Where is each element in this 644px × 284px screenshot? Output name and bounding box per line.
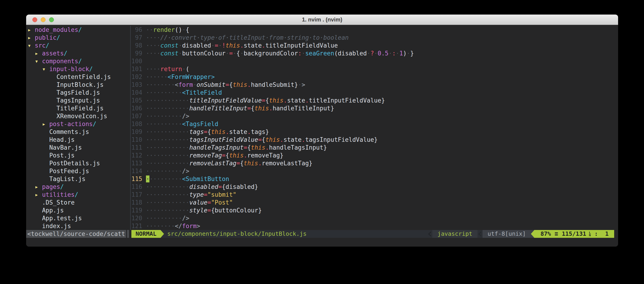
linenr-icon: LN — [589, 231, 591, 236]
line-number: 103 — [132, 81, 146, 88]
statusline-filetype: javascript — [432, 230, 478, 238]
tree-item-file[interactable]: TagList.js — [28, 175, 111, 183]
tree-item-file[interactable]: TagsInput.js — [28, 97, 111, 104]
code-line[interactable]: 99 ····const·buttonColour·=·{·background… — [132, 49, 414, 57]
tree-item-label: App.js — [42, 207, 64, 214]
tree-item-label: TagsInput.js — [56, 97, 100, 104]
code-line[interactable]: 112 ············removeTag={this.removeTa… — [132, 151, 414, 159]
collapsed-arrow-icon: ▸ — [42, 121, 49, 128]
tree-item-dir[interactable]: ▸ node_modules/ — [28, 26, 111, 34]
line-number: 112 — [132, 152, 146, 159]
code-line[interactable]: 115 ··········<SubmitButton — [132, 175, 414, 183]
tree-item-file[interactable]: index.js — [28, 222, 111, 230]
line-number: 109 — [132, 128, 146, 135]
scroll-percent: 87% — [540, 230, 551, 238]
code-line[interactable]: 98 ····const·disabled·=·!this.state.titl… — [132, 42, 414, 49]
tree-item-dir[interactable]: ▾ src/ — [28, 42, 111, 49]
line-number: 102 — [132, 73, 146, 80]
tree-item-label: input-block — [49, 66, 89, 73]
tree-item-file[interactable]: .DS_Store — [28, 199, 111, 206]
lines-menu-icon: ≡ — [555, 230, 558, 238]
line-number: 108 — [132, 121, 146, 128]
code-line[interactable]: 110 ············tagsInputFieldValue={thi… — [132, 136, 414, 143]
code-line[interactable]: 106 ············handleTitleInput={this.h… — [132, 104, 414, 112]
code-line[interactable]: 102 ······<FormWrapper> — [132, 73, 414, 81]
tree-item-file[interactable]: ContentField.js — [28, 73, 111, 81]
code-line[interactable]: 105 ············titleInputFieldValue={th… — [132, 97, 414, 104]
nerdtree-statusline-nub — [127, 230, 129, 238]
code-line[interactable]: 120 ··········/> — [132, 214, 414, 222]
zoom-button[interactable] — [49, 17, 54, 22]
tree-item-label: components — [42, 58, 78, 65]
code-line[interactable]: 113 ············removeLastTag={this.remo… — [132, 159, 414, 167]
collapsed-arrow-icon: ▸ — [35, 191, 42, 198]
line-number: 110 — [132, 136, 146, 143]
chevron-left-icon — [427, 230, 432, 238]
tree-item-file[interactable]: PostFeed.js — [28, 167, 111, 175]
code-line[interactable]: 108 ··········<TagsField — [132, 120, 414, 128]
code-line[interactable]: 96 ··render()·{ — [132, 26, 414, 34]
tree-item-label: pages — [42, 183, 60, 190]
code-line[interactable]: 111 ············handleTagsInput={this.ha… — [132, 143, 414, 151]
tree-item-label: Comments.js — [49, 128, 89, 135]
code-line[interactable]: 100 — [132, 57, 414, 65]
tree-item-label: XRemoveIcon.js — [56, 113, 107, 120]
code-line[interactable]: 107 ··········/> — [132, 112, 414, 120]
tree-item-file[interactable]: Post.js — [28, 151, 111, 159]
tree-item-dir[interactable]: ▾ input-block/ — [28, 65, 111, 73]
line-number: 118 — [132, 199, 146, 206]
tree-item-label: .DS_Store — [42, 199, 75, 206]
tree-item-dir[interactable]: ▸ utilities/ — [28, 191, 111, 199]
tree-item-dir[interactable]: ▸ post-actions/ — [28, 120, 111, 128]
statusline-filename: src/components/input-block/InputBlock.js — [167, 230, 306, 238]
tree-item-file[interactable]: InputBlock.js — [28, 81, 111, 89]
tree-item-file[interactable]: TitleField.js — [28, 104, 111, 112]
tree-item-dir[interactable]: ▾ components/ — [28, 57, 111, 65]
tree-item-file[interactable]: Head.js — [28, 136, 111, 143]
code-pane[interactable]: 96 ··render()·{ 97 ····//·convert·type·o… — [132, 26, 414, 230]
code-line[interactable]: 116 ············disabled={disabled} — [132, 183, 414, 191]
line-number: 120 — [132, 215, 146, 222]
window-titlebar[interactable]: 1. nvim . (nvim) — [26, 14, 618, 25]
line-number: 97 — [132, 34, 146, 41]
line-number: 98 — [132, 42, 146, 49]
code-line[interactable]: 109 ············tags={this.state.tags} — [132, 128, 414, 136]
code-line[interactable]: 118 ············value="Post" — [132, 199, 414, 206]
collapsed-arrow-icon: ▸ — [35, 50, 42, 57]
code-line[interactable]: 117 ············type="submit" — [132, 191, 414, 199]
tree-item-file[interactable]: NavBar.js — [28, 143, 111, 151]
line-number: 99 — [132, 50, 146, 57]
code-line[interactable]: 119 ············style={buttonColour} — [132, 206, 414, 214]
tree-item-dir[interactable]: ▸ public/ — [28, 34, 111, 42]
tree-item-file[interactable]: TagsField.js — [28, 89, 111, 97]
window-separator[interactable] — [130, 26, 131, 230]
close-button[interactable] — [32, 17, 37, 22]
tree-item-file[interactable]: App.test.js — [28, 214, 111, 222]
tree-item-file[interactable]: App.js — [28, 206, 111, 214]
tree-item-file[interactable]: PostDetails.js — [28, 159, 111, 167]
tree-item-label: utilities — [42, 191, 75, 198]
line-number: 106 — [132, 105, 146, 112]
code-line[interactable]: 103 ········<form·onSubmit={this.handleS… — [132, 81, 414, 89]
tree-pane[interactable]: ▸ node_modules/▸ public/▾ src/ ▸ assets/… — [28, 26, 111, 230]
tree-item-dir[interactable]: ▸ assets/ — [28, 49, 111, 57]
code-line[interactable]: 114 ··········/> — [132, 167, 414, 175]
expanded-arrow-icon: ▾ — [35, 58, 42, 65]
collapsed-arrow-icon: ▸ — [28, 34, 35, 41]
mode-indicator: NORMAL — [132, 230, 160, 238]
code-line[interactable]: 101 ····return·( — [132, 65, 414, 73]
code-line[interactable]: 104 ··········<TitleField — [132, 89, 414, 97]
line-number: 121 — [132, 223, 146, 230]
code-line[interactable]: 121 ········</form> — [132, 222, 414, 230]
tree-item-file[interactable]: Comments.js — [28, 128, 111, 136]
tree-item-label: public — [35, 34, 56, 41]
code-line[interactable]: 97 ····//·convert·type·of·titleInput·fro… — [132, 34, 414, 42]
tree-item-label: node_modules — [35, 26, 78, 33]
command-line[interactable] — [26, 238, 618, 246]
tree-item-label: TagList.js — [49, 175, 86, 182]
tree-item-dir[interactable]: ▸ pages/ — [28, 183, 111, 191]
minimize-button[interactable] — [41, 17, 46, 22]
line-number: 119 — [132, 207, 146, 214]
terminal-window: 1. nvim . (nvim) ▸ node_modules/▸ public… — [26, 14, 618, 247]
tree-item-file[interactable]: XRemoveIcon.js — [28, 112, 111, 120]
